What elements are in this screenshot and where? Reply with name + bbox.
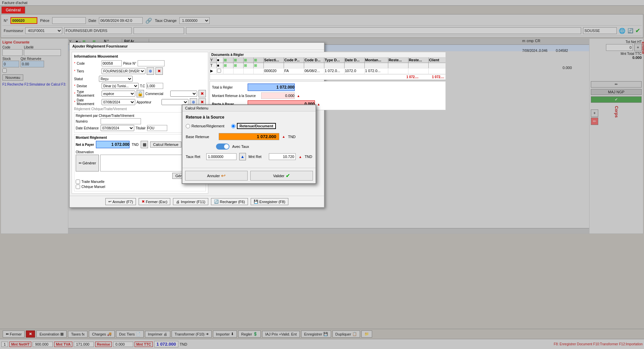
date-echeance-label: Date Echéance: [76, 126, 99, 130]
annuler-f7-btn[interactable]: ↩ Annuler (F7): [105, 198, 136, 205]
reglement-actions: ↩ Annuler (F7) ✖ Fermer (Esc) 🖨 Imprimer…: [70, 196, 324, 207]
titulaire-label: Titulair: [136, 126, 146, 130]
mnt-ret-input[interactable]: [269, 153, 296, 160]
base-retenue-row: Base Retenue ▲ TND: [186, 133, 312, 140]
tiers-remove-icon[interactable]: ✖: [155, 67, 163, 75]
date-mouv-select[interactable]: 07/08/2024: [102, 99, 135, 105]
net-payer-label: Net à Payer: [76, 143, 94, 147]
doc-reste2: 1 072.0...: [365, 68, 388, 74]
retenue-title: Retenue à la Source: [186, 115, 312, 120]
reste-spin[interactable]: ▲: [317, 102, 320, 106]
cheque-label: Chèque Manuel: [81, 185, 105, 189]
cheque-row: Chèque Manuel: [76, 185, 204, 189]
col-code-d: Code D...: [304, 58, 324, 63]
avec-taux-toggle[interactable]: [216, 144, 229, 150]
doc-date: 06/08/2...: [304, 68, 324, 74]
traite-checkbox[interactable]: [76, 180, 80, 184]
calcul-valider-btn[interactable]: Valider ✔: [250, 171, 313, 181]
date-mouv-label: Date Mouvement: [77, 98, 100, 106]
radio-row: Retenue/Règlement Retenue/Document: [186, 123, 312, 129]
tc-label: T.C: [140, 84, 145, 88]
docs-table-header: Y ■ ⊞ ⊞ ⊞ ⊞ Selecti... Code P... Code D.…: [210, 58, 445, 63]
info-mouvement-title: Informations Mouvement: [74, 54, 206, 58]
undo-arrow-icon: ↩: [221, 172, 225, 179]
doc-montant: 1 072.0...: [324, 68, 345, 74]
mnt-spin[interactable]: ▲: [298, 155, 302, 159]
taux-up-icon[interactable]: ▲: [239, 153, 246, 160]
fermer-esc-btn[interactable]: ✖ Fermer (Esc): [139, 198, 170, 205]
doc-row-checkbox[interactable]: [217, 69, 221, 73]
tiers-select[interactable]: FOURNISSEUR DIVERS: [102, 68, 145, 74]
montant-retenue-input[interactable]: [261, 92, 295, 99]
piece-n-input[interactable]: [138, 60, 165, 66]
taux-ret-input[interactable]: [206, 153, 237, 160]
calcul-title: Calcul Retenu: [182, 105, 316, 112]
statut-label: Statut: [74, 77, 98, 81]
commercial-label: Commercial: [145, 92, 169, 96]
calc-icon[interactable]: ▦: [141, 141, 148, 148]
col-client: Client: [429, 58, 445, 63]
retenue-spin[interactable]: ▲: [297, 94, 300, 98]
base-tnd-label: TND: [288, 135, 296, 139]
piece-n-label: Pièce N°: [123, 62, 136, 65]
generer-btn[interactable]: ✏ Générer: [76, 155, 99, 171]
radio-document[interactable]: [231, 124, 236, 128]
doc-row-1[interactable]: ▶ 000020 FA 06/08/2... 1 072.0... 1072.0…: [210, 68, 445, 74]
tc-input[interactable]: [146, 83, 163, 89]
enregistrer-f8-btn[interactable]: 💾 Enregistrer (F8): [251, 198, 288, 205]
recharger-f6-btn[interactable]: 🔄 Recharger (F6): [211, 198, 248, 205]
type-mouv-select[interactable]: espèce: [102, 91, 135, 97]
commercial-remove-icon[interactable]: ✖: [199, 90, 206, 97]
close-icon: ✖: [142, 199, 145, 204]
radio-reglement[interactable]: [186, 124, 190, 128]
cheque-checkbox[interactable]: [76, 185, 80, 189]
radio-reglement-label: Retenue/Règlement: [191, 124, 224, 128]
tiers-add-icon[interactable]: ⊕: [147, 67, 154, 75]
total-montant: 1 072....: [406, 75, 419, 79]
total-regler-label: Total à Régler: [212, 86, 246, 89]
undo-icon: ↩: [108, 199, 111, 204]
calcul-dialog: Calcul Retenu Retenue à la Source Retenu…: [182, 104, 316, 184]
filter-row: T ■ ⊞ ⊞ ⊞ ⊞: [210, 63, 445, 68]
titulaire-input[interactable]: [147, 125, 167, 131]
type-mouv-label: Type Mouvement: [77, 90, 100, 97]
docs-title: Documents à Régler: [210, 52, 445, 58]
option-reglement: Retenue/Règlement: [186, 124, 224, 128]
mnt-ret-label: Mnt Ret: [249, 155, 266, 159]
col-reste2: Reste...: [408, 58, 429, 63]
doc-type: FA: [284, 68, 304, 74]
calcul-dialog-buttons: Annuler ↩ Valider ✔: [182, 168, 316, 183]
devise-label: Devise: [77, 84, 100, 88]
calcul-annuler-btn[interactable]: Annuler ↩: [185, 171, 248, 181]
base-spin[interactable]: ▲: [282, 135, 285, 138]
tnd-net-label: TND: [132, 143, 139, 147]
doc-reste1: 1072.0: [345, 68, 365, 74]
doc-num: 000020: [264, 68, 284, 74]
taux-row: Taux Ret ▲ Mnt Ret ▲ TND: [186, 153, 312, 160]
commercial-select[interactable]: [170, 91, 197, 97]
devise-select[interactable]: Dinar (s) Tunisi...: [102, 83, 139, 89]
imprimer-f11-btn[interactable]: 🖨 Imprimer (F11): [173, 198, 208, 205]
statut-select[interactable]: Reçu: [99, 76, 133, 82]
date-echeance-select[interactable]: 07/08/2024: [101, 125, 134, 131]
refresh-icon2: 🔄: [214, 199, 219, 204]
col-date-d: Date D...: [345, 58, 365, 63]
col-selecti: Selecti...: [264, 58, 284, 63]
col-montant: Montan...: [365, 58, 388, 63]
total-reste: 1 072....: [432, 75, 444, 79]
code-input[interactable]: [102, 60, 122, 66]
lock-icon[interactable]: 🔒: [137, 90, 144, 97]
net-payer-input[interactable]: [96, 141, 130, 148]
calcul-retenue-btn[interactable]: Calcul Retenue: [150, 141, 181, 148]
base-label: Base Retenue: [186, 135, 216, 139]
code-row: * Code Pièce N°: [74, 60, 206, 66]
save-icon2: 💾: [254, 199, 258, 204]
toggle-knob: [224, 144, 229, 149]
apporteur-label: Apporteur: [137, 100, 160, 104]
pen-icon: ✏: [79, 161, 82, 165]
base-value-input[interactable]: [219, 133, 279, 140]
total-regler-input[interactable]: [248, 84, 295, 91]
col-type-d: Type D...: [324, 58, 345, 63]
numero-input[interactable]: [101, 118, 141, 124]
traite-label: Traite Manuelle: [81, 180, 105, 184]
